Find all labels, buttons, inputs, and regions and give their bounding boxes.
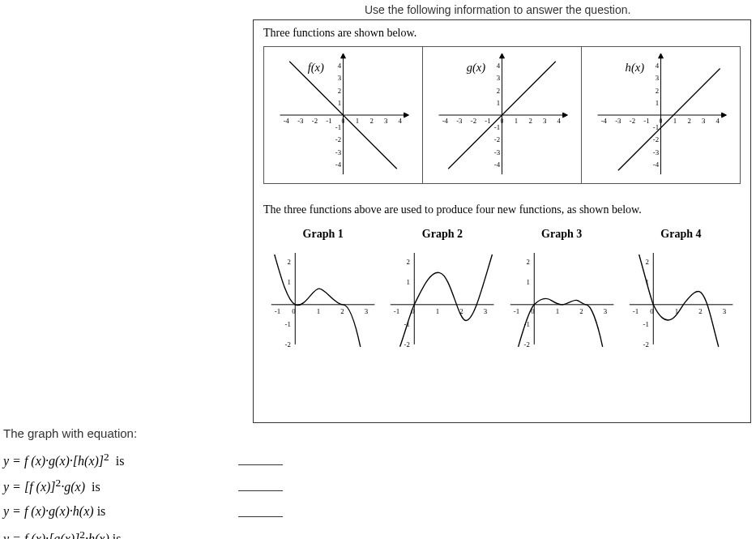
svg-text:-4: -4: [601, 117, 608, 125]
graph-4: Graph 4 -1 0 1 2 3 1 2 -1 -2: [621, 228, 741, 357]
svg-text:3: 3: [543, 117, 547, 125]
svg-text:2: 2: [407, 258, 410, 266]
bottom-graph-row: Graph 1 -1 0 1 2 3 1 2 -1 -2: [263, 228, 741, 357]
svg-text:4: 4: [399, 117, 403, 125]
svg-text:3: 3: [702, 117, 706, 125]
equation-2: y = [f (x)]2·g(x) is: [3, 477, 190, 494]
svg-text:0: 0: [660, 118, 663, 125]
svg-text:-2: -2: [471, 117, 476, 125]
svg-text:2: 2: [338, 87, 341, 95]
svg-text:3: 3: [365, 307, 369, 315]
svg-text:1: 1: [317, 307, 320, 315]
svg-text:-1: -1: [285, 320, 291, 328]
svg-text:-1: -1: [494, 123, 500, 131]
svg-text:1: 1: [526, 278, 529, 286]
equation-row-1: y = f (x)·g(x)·[h(x)]2 is: [3, 447, 283, 473]
svg-text:0: 0: [650, 307, 654, 315]
svg-text:-2: -2: [285, 340, 291, 349]
svg-text:3: 3: [497, 74, 501, 82]
svg-text:2: 2: [645, 258, 648, 266]
svg-text:0: 0: [342, 118, 345, 125]
svg-text:-1: -1: [643, 320, 648, 328]
svg-text:2: 2: [497, 87, 500, 95]
svg-text:-2: -2: [523, 340, 529, 349]
top-graph-row: -4 -3 -2 -1 0 1 2 3 4 4 3 2 1 -1 -2 -3 -: [263, 46, 741, 184]
graph3-label: Graph 3: [502, 228, 621, 241]
svg-text:4: 4: [557, 117, 562, 125]
answer-blank-4[interactable]: [238, 532, 283, 539]
svg-text:-4: -4: [335, 160, 342, 169]
svg-text:-2: -2: [335, 135, 341, 143]
graph-h: -4 -3 -2 -1 0 1 2 3 4 4 3 2 1 -1 -2 -3 -: [582, 47, 740, 183]
svg-text:1: 1: [656, 99, 659, 107]
mid-text: The three functions above are used to pr…: [263, 203, 741, 216]
box-title: Three functions are shown below.: [263, 27, 741, 40]
svg-text:-4: -4: [653, 160, 660, 169]
svg-text:-3: -3: [335, 148, 342, 156]
svg-text:1: 1: [436, 307, 439, 315]
svg-text:2: 2: [656, 87, 659, 95]
graph4-label: Graph 4: [621, 228, 741, 241]
svg-text:-4: -4: [284, 117, 290, 125]
svg-text:1: 1: [497, 99, 500, 107]
svg-text:-1: -1: [643, 117, 649, 125]
svg-text:0: 0: [292, 307, 296, 315]
question-area: The graph with equation: y = f (x)·g(x)·…: [3, 426, 283, 539]
svg-text:-2: -2: [653, 135, 659, 143]
svg-text:3: 3: [722, 307, 726, 315]
svg-text:4: 4: [497, 62, 501, 70]
svg-text:-2: -2: [494, 135, 500, 143]
svg-text:-1: -1: [275, 307, 280, 315]
graph-3: Graph 3 -1 0 1 2 3 1 2 -1 -2: [502, 228, 621, 357]
svg-text:-2: -2: [643, 340, 648, 349]
question-heading: The graph with equation:: [3, 426, 283, 440]
svg-text:2: 2: [526, 258, 529, 266]
svg-text:2: 2: [340, 307, 344, 315]
svg-text:0: 0: [501, 118, 504, 125]
svg-text:-1: -1: [335, 123, 341, 131]
equation-4: y = f (x)·[g(x)]2·h(x) is: [3, 528, 190, 539]
svg-text:1: 1: [673, 117, 677, 125]
equation-3: y = f (x)·g(x)·h(x) is: [3, 504, 190, 519]
equation-row-4: y = f (x)·[g(x)]2·h(x) is: [3, 524, 283, 539]
svg-text:4: 4: [716, 117, 720, 125]
svg-text:3: 3: [384, 117, 388, 125]
svg-text:-2: -2: [630, 117, 635, 125]
svg-text:1: 1: [515, 117, 518, 125]
answer-blank-2[interactable]: [238, 480, 283, 491]
svg-text:-3: -3: [297, 117, 304, 125]
svg-text:-1: -1: [326, 117, 331, 125]
svg-text:3: 3: [338, 74, 342, 82]
graph-f: -4 -3 -2 -1 0 1 2 3 4 4 3 2 1 -1 -2 -3 -: [264, 47, 423, 183]
svg-text:3: 3: [603, 307, 607, 315]
fn-label-g: g(x): [467, 61, 486, 75]
graph-g: -4 -3 -2 -1 0 1 2 3 4 4 3 2 1 -1 -2 -3 -: [423, 47, 582, 183]
svg-text:2: 2: [528, 117, 532, 125]
svg-text:-4: -4: [442, 117, 449, 125]
graph-1: Graph 1 -1 0 1 2 3 1 2 -1 -2: [263, 228, 382, 357]
svg-text:2: 2: [369, 117, 373, 125]
svg-text:2: 2: [579, 307, 583, 315]
svg-text:-1: -1: [485, 117, 490, 125]
equation-1: y = f (x)·g(x)·[h(x)]2 is: [3, 451, 190, 468]
answer-blank-3[interactable]: [238, 506, 283, 517]
equation-row-2: y = [f (x)]2·g(x) is: [3, 473, 283, 498]
svg-text:2: 2: [698, 307, 702, 315]
svg-text:1: 1: [287, 278, 290, 286]
instruction-text: Use the following information to answer …: [365, 3, 630, 16]
svg-text:4: 4: [338, 62, 342, 70]
svg-text:2: 2: [287, 258, 290, 266]
graph2-label: Graph 2: [382, 228, 502, 241]
graph1-label: Graph 1: [263, 228, 382, 241]
answer-blank-1[interactable]: [238, 454, 283, 465]
equation-row-3: y = f (x)·g(x)·h(x) is: [3, 498, 283, 524]
info-box: Three functions are shown below. -4 -3 -…: [253, 19, 751, 423]
svg-text:1: 1: [407, 278, 410, 286]
svg-text:-3: -3: [615, 117, 621, 125]
fn-label-f: f(x): [308, 61, 324, 75]
svg-text:2: 2: [687, 117, 690, 125]
svg-text:-1: -1: [513, 307, 519, 315]
svg-text:4: 4: [656, 62, 660, 70]
svg-text:3: 3: [484, 307, 488, 315]
svg-text:1: 1: [555, 307, 558, 315]
